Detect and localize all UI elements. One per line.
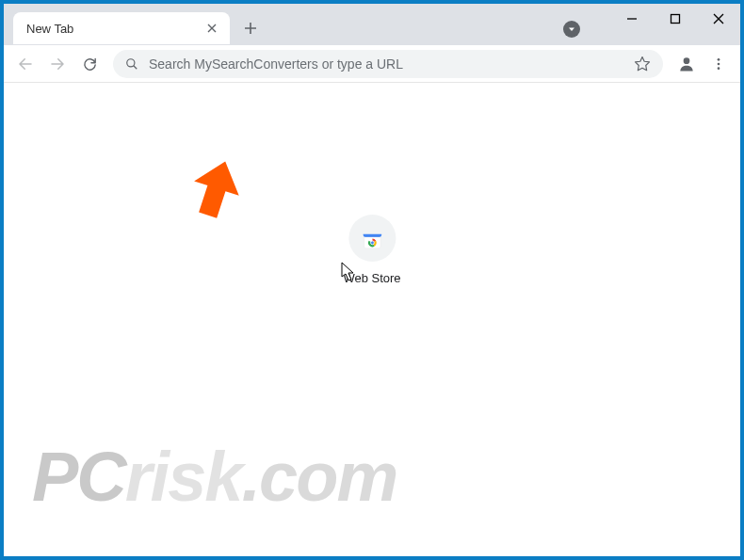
shortcut-icon-circle	[348, 215, 396, 262]
search-icon	[124, 56, 139, 72]
menu-button[interactable]	[704, 50, 733, 78]
svg-point-3	[718, 58, 720, 61]
new-tab-button[interactable]	[237, 15, 264, 41]
shortcut-label: Web Store	[343, 271, 400, 285]
svg-rect-0	[671, 15, 680, 24]
reload-button[interactable]	[75, 50, 104, 78]
address-input[interactable]	[149, 56, 633, 72]
shortcut-web-store[interactable]: Web Store	[343, 215, 400, 285]
watermark: PCrisk.com	[32, 437, 396, 517]
user-icon	[677, 55, 696, 73]
minimize-button[interactable]	[610, 4, 654, 34]
profile-button[interactable]	[672, 50, 701, 78]
arrow-right-icon	[49, 56, 66, 72]
tab-new-tab[interactable]: New Tab	[13, 12, 230, 44]
annotation-arrow-icon	[187, 158, 244, 224]
reload-icon	[82, 56, 98, 72]
svg-point-1	[127, 58, 135, 66]
omnibox[interactable]	[113, 50, 663, 78]
kebab-icon	[711, 56, 726, 72]
svg-point-5	[718, 67, 720, 70]
arrow-left-icon	[17, 56, 34, 72]
tab-strip: New Tab	[4, 11, 264, 45]
browser-window: New Tab	[4, 4, 740, 556]
svg-point-2	[684, 57, 690, 64]
plus-icon	[244, 22, 257, 35]
svg-point-7	[370, 241, 374, 245]
toolbar	[4, 45, 740, 83]
close-icon	[207, 24, 217, 33]
shortcuts-area: Web Store	[343, 215, 400, 285]
maximize-button[interactable]	[654, 4, 697, 34]
guest-indicator[interactable]	[563, 21, 580, 38]
window-controls	[610, 4, 740, 34]
back-button[interactable]	[11, 50, 40, 78]
watermark-risk: risk	[125, 438, 242, 516]
close-window-button[interactable]	[697, 4, 740, 34]
page-content: Web Store PCrisk.com	[4, 83, 740, 556]
caret-down-icon	[567, 24, 576, 34]
watermark-dot: .com	[241, 438, 396, 516]
watermark-pc: PC	[32, 438, 125, 516]
tab-close-button[interactable]	[203, 20, 220, 37]
bookmark-button[interactable]	[633, 56, 652, 72]
titlebar: New Tab	[4, 4, 740, 45]
web-store-icon	[360, 226, 384, 250]
star-icon	[634, 56, 651, 72]
maximize-icon	[670, 13, 681, 24]
tab-title: New Tab	[26, 22, 203, 36]
svg-point-4	[718, 62, 720, 65]
minimize-icon	[626, 13, 638, 24]
close-icon	[713, 13, 724, 24]
forward-button[interactable]	[43, 50, 72, 78]
